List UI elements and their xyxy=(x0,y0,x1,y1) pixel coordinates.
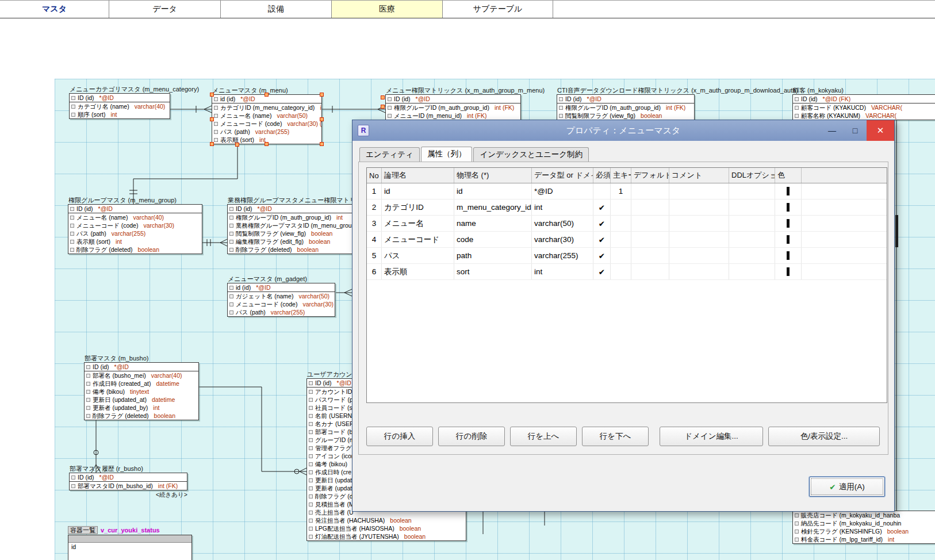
attribute-row[interactable]: 1idid*@ID1 xyxy=(367,183,887,200)
attribute-row[interactable]: 5パスpathvarchar(255)✔ xyxy=(367,248,887,264)
attribute-row[interactable]: 6表示順sortint✔ xyxy=(367,264,887,280)
tab-4[interactable]: サブテーブル xyxy=(443,1,553,18)
attribute-row[interactable]: 2カテゴリIDm_menu_category_idint✔ xyxy=(367,200,887,216)
cell-col4 xyxy=(593,183,611,199)
dialog-tab-2[interactable]: インデックスとユニーク制約 xyxy=(473,147,589,162)
button-3[interactable]: 行を下へ xyxy=(582,427,649,446)
selection-handle[interactable] xyxy=(265,142,269,146)
color-bar xyxy=(787,251,790,260)
relationship-line[interactable] xyxy=(199,387,306,475)
entity-m_menu_group[interactable]: 権限グループマスタ (m_menu_group)ID (id)*@IDメニュー名… xyxy=(68,204,202,254)
column-header-6[interactable]: デフォルト xyxy=(631,168,669,183)
entity-m_busho[interactable]: 部署マスタ (m_busho)ID (id)*@ID部署名 (busho_mei… xyxy=(84,362,199,420)
column-header-7[interactable]: コメント xyxy=(669,168,729,183)
selection-handle[interactable] xyxy=(320,93,324,97)
relationship-line[interactable] xyxy=(202,239,227,246)
field-icon xyxy=(309,381,313,385)
entity-x_m_auth_group_m_menu[interactable]: メニュー権限マトリックス (x_m_auth_group_m_menu)ID (… xyxy=(385,94,521,120)
entity-m_menu[interactable]: メニューマスタ (m_menu)id (id)*@IDカテゴリID (m_men… xyxy=(212,94,322,144)
selection-handle[interactable] xyxy=(265,93,269,97)
cell-col3: varchar(50) xyxy=(532,216,593,231)
field-type: varchar(50) xyxy=(298,292,329,300)
selection-handle[interactable] xyxy=(320,117,324,121)
button-1[interactable]: 行の削除 xyxy=(438,427,505,446)
line-endpoint-handle[interactable] xyxy=(381,105,385,109)
relationship-line[interactable] xyxy=(322,106,385,113)
field-icon xyxy=(214,106,218,110)
entity-title: 部署マスタ履歴 (r_busho) xyxy=(70,465,143,473)
dialog-tab-1[interactable]: 属性（列） xyxy=(421,147,473,163)
button-5[interactable]: 色/表示設定... xyxy=(768,427,880,446)
field-name: ID (id) xyxy=(78,473,94,481)
selection-handle[interactable] xyxy=(210,142,214,146)
view-entity[interactable]: id xyxy=(68,535,192,560)
field-type: *@ID (FK) xyxy=(823,95,851,103)
entity-field: 順序 (sort)int xyxy=(70,110,170,118)
field-type: varchar(255) xyxy=(255,128,290,136)
field-type: int xyxy=(110,110,117,118)
column-header-8[interactable]: DDLオプション xyxy=(729,168,775,183)
field-name: 灯油配送担当者 (JYUTENSHA) xyxy=(315,532,399,540)
column-header-3[interactable]: データ型 or ドメイン xyxy=(532,168,593,183)
entity-r_busho[interactable]: 部署マスタ履歴 (r_busho)ID (id)*@ID部署マスタID (m_b… xyxy=(69,473,187,490)
button-2[interactable]: 行を上へ xyxy=(510,427,577,446)
line-endpoint-handle[interactable] xyxy=(381,95,385,99)
field-type: VARCHAR( xyxy=(871,103,902,112)
dialog-titlebar[interactable]: R プロパティ：メニューマスタ — □ ✕ xyxy=(352,120,894,141)
relationship-line[interactable] xyxy=(170,106,212,113)
field-icon xyxy=(229,216,233,220)
field-icon xyxy=(309,535,313,539)
cell-col4: ✔ xyxy=(593,216,611,231)
button-4[interactable]: ドメイン編集... xyxy=(660,427,763,446)
selection-handle[interactable] xyxy=(320,142,324,146)
column-header-4[interactable]: 必須 xyxy=(593,168,611,183)
entity-title: 権限グループマスタ (m_menu_group) xyxy=(68,196,177,204)
column-header-5[interactable]: 主キー xyxy=(611,168,631,183)
field-icon xyxy=(559,114,563,118)
minimize-icon[interactable]: — xyxy=(821,120,844,141)
apply-button[interactable]: ✔ 適用(A) xyxy=(809,477,885,497)
entity-m_menu_category[interactable]: メニューカテゴリマスタ (m_menu_category)ID (id)*@ID… xyxy=(69,93,170,119)
relationship-line-bundle[interactable] xyxy=(895,215,898,247)
cell-col7 xyxy=(669,200,729,215)
entity-field: 販売店コード (m_kokyaku_id_hanba xyxy=(793,511,935,519)
column-header-2[interactable]: 物理名 (*) xyxy=(454,168,532,183)
field-name: 発注担当者 (HACHUSHA) xyxy=(315,516,385,524)
close-icon[interactable]: ✕ xyxy=(867,120,894,141)
entity-x_m_auth_group_m_download_auth[interactable]: CTI音声データダウンロード権限マトリックス (x_m_auth_group_m… xyxy=(557,94,695,120)
entity-field: ID (id)*@ID xyxy=(228,205,358,213)
column-header-0[interactable]: No xyxy=(367,168,382,183)
field-name: 備考 (bikou) xyxy=(315,460,347,468)
attribute-row[interactable]: 3メニュー名namevarchar(50)✔ xyxy=(367,216,887,232)
cell-col9 xyxy=(775,200,802,215)
tab-3[interactable]: 医療 xyxy=(332,1,443,18)
entity-box: ID (id)*@ID (FK)顧客コード (KYAKUCD)VARCHAR(顧… xyxy=(792,94,935,120)
tab-1[interactable]: データ xyxy=(109,1,221,18)
entity-gyomu_kengen_matrix[interactable]: 業務権限グループマスタメニュー権限マトリックスID (id)*@ID権限グループ… xyxy=(227,204,358,254)
column-header-1[interactable]: 論理名 xyxy=(382,168,454,183)
dialog-tab-0[interactable]: エンティティ xyxy=(359,147,420,162)
button-0[interactable]: 行の挿入 xyxy=(366,427,433,446)
field-name: メニューコード (code) xyxy=(220,120,282,128)
relationship-line[interactable] xyxy=(129,145,237,204)
field-icon xyxy=(309,462,313,466)
entity-m_kokyaku_fragment[interactable]: 販売店コード (m_kokyaku_id_hanba納品先コード (m_koky… xyxy=(792,511,935,544)
field-type: datetime xyxy=(152,396,175,404)
field-type: int xyxy=(153,404,159,412)
attribute-row[interactable]: 4メニューコードcodevarchar(30)✔ xyxy=(367,232,887,248)
tab-2[interactable]: 設備 xyxy=(221,1,332,18)
maximize-icon[interactable]: □ xyxy=(844,120,867,141)
field-name: 納品先コード (m_kokyaku_id_nouhin xyxy=(801,519,901,527)
line-endpoint-handle[interactable] xyxy=(235,143,239,147)
selection-handle[interactable] xyxy=(210,117,214,121)
app-icon: R xyxy=(358,125,369,136)
field-name: メニューID (m_menu_id) xyxy=(394,112,462,120)
field-icon xyxy=(86,374,90,378)
relationship-line[interactable] xyxy=(336,289,352,296)
selection-handle[interactable] xyxy=(210,93,214,97)
attributes-table[interactable]: No論理名物理名 (*)データ型 or ドメイン必須主キーデフォルトコメントDD… xyxy=(366,167,887,403)
entity-m_kokyaku[interactable]: 顧客 (m_kokyaku)ID (id)*@ID (FK)顧客コード (KYA… xyxy=(792,94,935,120)
column-header-9[interactable]: 色 xyxy=(775,168,802,183)
tab-0[interactable]: マスタ xyxy=(0,1,109,18)
entity-m_gadget[interactable]: メニューマスタ (m_gadget)id (id)*@IDガジェット名 (nam… xyxy=(227,283,335,317)
